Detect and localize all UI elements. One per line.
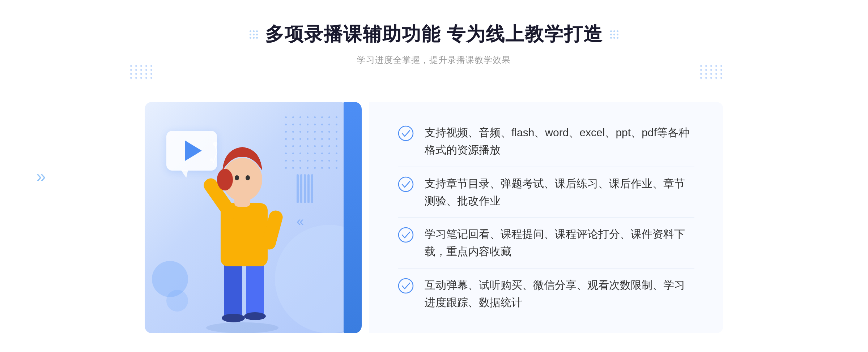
blue-accent-bar <box>344 102 362 333</box>
feature-divider-1 <box>398 167 694 167</box>
svg-point-17 <box>399 126 413 141</box>
check-circle-icon-1 <box>398 125 414 141</box>
check-circle-icon-3 <box>398 227 414 243</box>
feature-text-2: 支持章节目录、弹题考试、课后练习、课后作业、章节测验、批改作业 <box>425 175 694 210</box>
svg-point-20 <box>399 279 413 293</box>
svg-rect-2 <box>246 261 264 317</box>
feature-text-4: 互动弹幕、试听购买、微信分享、观看次数限制、学习进度跟踪、数据统计 <box>425 276 694 311</box>
left-illustration: « <box>145 87 369 348</box>
title-dots-right <box>610 30 618 39</box>
feature-item-2: 支持章节目录、弹题考试、课后练习、课后作业、章节测验、批改作业 <box>398 168 694 217</box>
svg-line-14 <box>215 145 217 153</box>
person-figure <box>181 124 304 333</box>
main-content: « <box>145 87 723 348</box>
svg-point-15 <box>213 142 217 146</box>
title-dots-left <box>250 30 258 39</box>
feature-text-1: 支持视频、音频、flash、word、excel、ppt、pdf等各种格式的资源… <box>425 124 694 159</box>
page-title: 多项录播课辅助功能 专为线上教学打造 <box>265 22 603 47</box>
svg-point-16 <box>210 158 213 161</box>
feature-item-4: 互动弹幕、试听购买、微信分享、观看次数限制、学习进度跟踪、数据统计 <box>398 269 694 318</box>
svg-point-0 <box>206 322 278 333</box>
svg-point-4 <box>244 312 266 320</box>
illustration-background: « <box>145 102 347 333</box>
svg-rect-1 <box>224 261 242 319</box>
svg-point-11 <box>235 175 239 180</box>
feature-divider-3 <box>398 268 694 269</box>
svg-point-12 <box>246 175 250 180</box>
features-panel: 支持视频、音频、flash、word、excel、ppt、pdf等各种格式的资源… <box>369 102 723 333</box>
feature-divider-2 <box>398 217 694 218</box>
header-section: 多项录播课辅助功能 专为线上教学打造 学习进度全掌握，提升录播课教学效果 <box>250 22 618 66</box>
svg-point-10 <box>217 169 233 190</box>
check-circle-icon-2 <box>398 176 414 192</box>
page-subtitle: 学习进度全掌握，提升录播课教学效果 <box>250 54 618 66</box>
svg-point-18 <box>399 177 413 192</box>
check-circle-icon-4 <box>398 278 414 294</box>
feature-text-3: 学习笔记回看、课程提问、课程评论打分、课件资料下载，重点内容收藏 <box>425 226 694 260</box>
feature-item-3: 学习笔记回看、课程提问、课程评论打分、课件资料下载，重点内容收藏 <box>398 218 694 267</box>
left-chevron-icon: » <box>36 166 46 186</box>
svg-line-13 <box>213 153 217 163</box>
svg-point-3 <box>222 314 245 322</box>
feature-item-1: 支持视频、音频、flash、word、excel、ppt、pdf等各种格式的资源… <box>398 117 694 166</box>
svg-point-19 <box>399 228 413 242</box>
